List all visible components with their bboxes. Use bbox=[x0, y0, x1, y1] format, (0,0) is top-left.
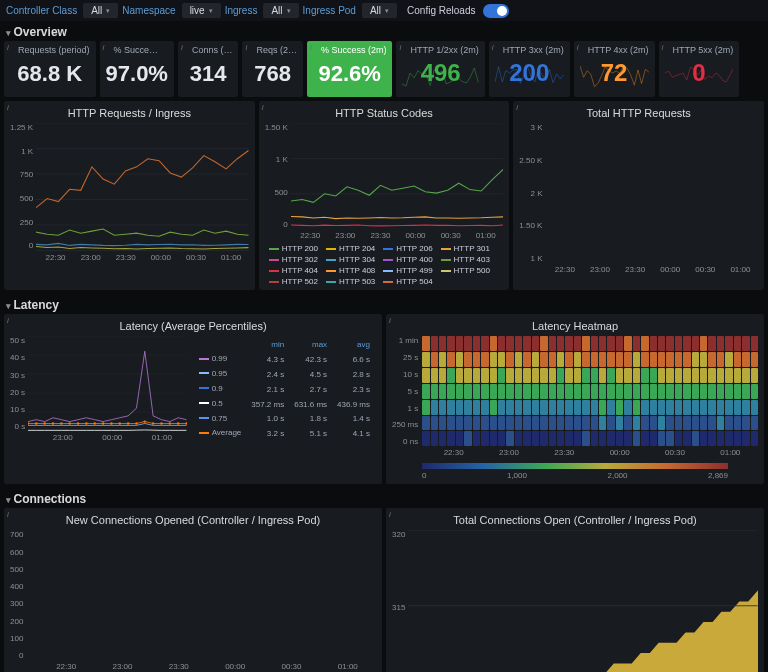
table-row[interactable]: 0.751.0 s1.8 s1.4 s bbox=[195, 413, 374, 426]
info-icon[interactable]: i bbox=[389, 510, 391, 519]
info-icon[interactable]: i bbox=[245, 43, 247, 52]
stat-title: Conns (… bbox=[184, 45, 233, 55]
panel-title: Total HTTP Requests bbox=[519, 107, 758, 119]
svg-point-23 bbox=[85, 423, 87, 425]
info-icon[interactable]: i bbox=[7, 103, 9, 112]
legend-item[interactable]: HTTP 404 bbox=[269, 266, 318, 275]
panel-title: HTTP Status Codes bbox=[265, 107, 504, 119]
filter-controller-class[interactable]: All bbox=[83, 3, 118, 18]
svg-point-22 bbox=[77, 423, 79, 425]
legend-item[interactable]: HTTP 206 bbox=[383, 244, 432, 253]
svg-point-21 bbox=[69, 423, 71, 425]
svg-point-19 bbox=[52, 423, 54, 425]
panel-title: Total Connections Open (Controller / Ing… bbox=[392, 514, 758, 526]
legend-item[interactable]: HTTP 502 bbox=[269, 277, 318, 286]
info-icon[interactable]: i bbox=[7, 316, 9, 325]
table-row[interactable]: 0.952.4 s4.5 s2.8 s bbox=[195, 368, 374, 381]
stat-title: Reqs (2… bbox=[248, 45, 297, 55]
legend-item[interactable]: HTTP 302 bbox=[269, 255, 318, 264]
table-row[interactable]: Average3.2 s5.1 s4.1 s bbox=[195, 427, 374, 440]
panel-title: New Connections Opened (Controller / Ing… bbox=[10, 514, 376, 526]
stat-title: HTTP 5xx (2m) bbox=[665, 45, 734, 55]
panel-latency-pct: i Latency (Average Percentiles) 50 s40 s… bbox=[4, 314, 382, 484]
legend-item[interactable]: HTTP 499 bbox=[383, 266, 432, 275]
info-icon[interactable]: i bbox=[516, 103, 518, 112]
stat-value: 92.6% bbox=[313, 57, 387, 93]
filter-ingress-pod[interactable]: All bbox=[362, 3, 397, 18]
legend-item[interactable]: HTTP 504 bbox=[383, 277, 432, 286]
table-row[interactable]: 0.92.1 s2.7 s2.3 s bbox=[195, 383, 374, 396]
spark-value: 72 bbox=[574, 59, 655, 87]
panel-total-conns: i Total Connections Open (Controller / I… bbox=[386, 508, 764, 672]
heatmap-colorbar bbox=[422, 463, 728, 469]
table-row[interactable]: 0.5357.2 ms631.6 ms436.9 ms bbox=[195, 398, 374, 411]
panel-new-conns: i New Connections Opened (Controller / I… bbox=[4, 508, 382, 672]
info-icon[interactable]: i bbox=[389, 316, 391, 325]
svg-point-16 bbox=[28, 423, 29, 425]
svg-point-20 bbox=[60, 423, 62, 425]
svg-point-35 bbox=[185, 423, 186, 425]
info-icon[interactable]: i bbox=[262, 103, 264, 112]
stat-title: HTTP 4xx (2m) bbox=[580, 45, 649, 55]
svg-point-29 bbox=[135, 423, 137, 425]
filter-namespace[interactable]: live bbox=[182, 3, 221, 18]
legend-item[interactable]: HTTP 400 bbox=[383, 255, 432, 264]
filter-label-ingress: Ingress bbox=[225, 5, 258, 16]
filter-label-ingress-pod: Ingress Pod bbox=[303, 5, 356, 16]
section-overview[interactable]: Overview bbox=[0, 21, 768, 41]
svg-point-30 bbox=[144, 421, 146, 423]
legend-item[interactable]: HTTP 403 bbox=[441, 255, 490, 264]
svg-point-18 bbox=[44, 423, 46, 425]
info-icon[interactable]: i bbox=[7, 510, 9, 519]
section-connections[interactable]: Connections bbox=[0, 488, 768, 508]
panel-http-req-ingress: i HTTP Requests / Ingress 1.25 K1 K75050… bbox=[4, 101, 255, 290]
config-reloads-label: Config Reloads bbox=[407, 5, 475, 16]
svg-point-17 bbox=[35, 423, 37, 425]
overview-charts: i HTTP Requests / Ingress 1.25 K1 K75050… bbox=[0, 101, 768, 294]
svg-point-32 bbox=[160, 423, 162, 425]
info-icon[interactable]: i bbox=[399, 43, 401, 52]
info-icon[interactable]: i bbox=[7, 43, 9, 52]
spark-value: 200 bbox=[489, 59, 570, 87]
stat-value: 314 bbox=[184, 57, 233, 93]
panel-total-http: i Total HTTP Requests 3 K2.50 K2 K1.50 K… bbox=[513, 101, 764, 290]
table-row[interactable]: 0.994.3 s42.3 s6.6 s bbox=[195, 353, 374, 366]
filter-ingress[interactable]: All bbox=[263, 3, 298, 18]
legend-item[interactable]: HTTP 301 bbox=[441, 244, 490, 253]
stat-value: 68.8 K bbox=[10, 57, 90, 93]
svg-point-28 bbox=[127, 423, 129, 425]
legend-item[interactable]: HTTP 408 bbox=[326, 266, 375, 275]
info-icon[interactable]: i bbox=[577, 43, 579, 52]
info-icon[interactable]: i bbox=[181, 43, 183, 52]
legend-item[interactable]: HTTP 503 bbox=[326, 277, 375, 286]
stats-row: iRequests (period)68.8 Ki% Succe…97.0%iC… bbox=[0, 41, 768, 101]
latency-table: minmaxavg0.994.3 s42.3 s6.6 s0.952.4 s4.… bbox=[193, 336, 376, 442]
info-icon[interactable]: i bbox=[103, 43, 105, 52]
legend-status-codes: HTTP 200HTTP 204HTTP 206HTTP 301HTTP 302… bbox=[265, 244, 504, 286]
spark-panel: iHTTP 5xx (2m)0 bbox=[659, 41, 740, 97]
spark-panel: iHTTP 3xx (2m)200 bbox=[489, 41, 570, 97]
stat-panel: iReqs (2…768 bbox=[242, 41, 303, 97]
info-icon[interactable]: i bbox=[492, 43, 494, 52]
connections-row: i New Connections Opened (Controller / I… bbox=[0, 508, 768, 672]
section-latency[interactable]: Latency bbox=[0, 294, 768, 314]
legend-item[interactable]: HTTP 500 bbox=[441, 266, 490, 275]
spark-value: 0 bbox=[659, 59, 740, 87]
info-icon[interactable]: i bbox=[662, 43, 664, 52]
legend-item[interactable]: HTTP 304 bbox=[326, 255, 375, 264]
legend-item[interactable]: HTTP 204 bbox=[326, 244, 375, 253]
svg-point-27 bbox=[119, 423, 121, 425]
stat-title: % Succe… bbox=[106, 45, 168, 55]
spark-panel: iHTTP 4xx (2m)72 bbox=[574, 41, 655, 97]
panel-latency-heatmap: i Latency Heatmap 1 min25 s10 s5 s1 s250… bbox=[386, 314, 764, 484]
stat-title: Requests (period) bbox=[10, 45, 90, 55]
stat-title: HTTP 3xx (2m) bbox=[495, 45, 564, 55]
legend-item[interactable]: HTTP 200 bbox=[269, 244, 318, 253]
svg-point-25 bbox=[102, 423, 104, 425]
filter-label-namespace: Namespace bbox=[122, 5, 175, 16]
stat-value: 97.0% bbox=[106, 57, 168, 93]
config-reloads-toggle[interactable] bbox=[483, 4, 509, 18]
stat-panel: i% Success (2m)92.6% bbox=[307, 41, 393, 97]
stat-value: 768 bbox=[248, 57, 297, 93]
info-icon[interactable]: i bbox=[310, 43, 312, 52]
